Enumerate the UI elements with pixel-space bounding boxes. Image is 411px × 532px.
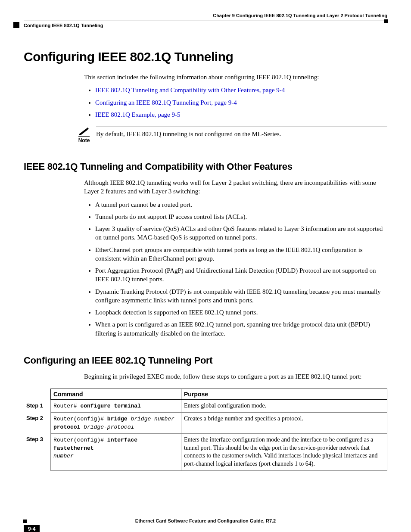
- purpose-cell: Enters the interface configuration mode …: [181, 433, 387, 471]
- list-item: When a port is configured as an IEEE 802…: [95, 320, 383, 338]
- list-item: Tunnel ports do not support IP access co…: [95, 212, 383, 221]
- section-heading: Configuring an IEEE 802.1Q Tunneling Por…: [24, 355, 387, 366]
- chapter-header: Chapter 9 Configuring IEEE 802.1Q Tunnel…: [24, 13, 387, 18]
- step-label: Step 3: [24, 433, 51, 471]
- list-item: EtherChannel port groups are compatible …: [95, 246, 383, 263]
- page-number: 9-4: [24, 525, 40, 532]
- xref-link[interactable]: IEEE 802.1Q Example, page 9-5: [95, 111, 180, 118]
- section-intro: Beginning in privileged EXEC mode, follo…: [84, 372, 383, 381]
- xref-link[interactable]: IEEE 802.1Q Tunneling and Compatibility …: [95, 87, 285, 93]
- command-cell: Router# configure terminal: [51, 400, 181, 413]
- table-row: Step 1 Router# configure terminal Enters…: [24, 400, 387, 413]
- list-item: Loopback detection is supported on IEEE …: [95, 308, 383, 317]
- list-item: Configuring an IEEE 802.1Q Tunneling Por…: [95, 98, 383, 107]
- list-item: Port Aggregation Protocol (PAgP) and Uni…: [95, 266, 383, 284]
- table-row: Step 3 Router(config)# interface fasteth…: [24, 433, 387, 471]
- note-icon: Note: [75, 127, 93, 144]
- list-item: Dynamic Trunking Protocol (DTP) is not c…: [95, 287, 383, 305]
- breadcrumb: Configuring IEEE 802.1Q Tunneling: [24, 23, 387, 28]
- step-label: Step 1: [24, 400, 51, 413]
- pen-icon: [78, 127, 90, 135]
- table-header-blank: [24, 389, 51, 400]
- page-title: Configuring IEEE 802.1Q Tunneling: [24, 50, 387, 64]
- section-heading: IEEE 802.1Q Tunneling and Compatibility …: [24, 161, 387, 172]
- xref-link[interactable]: Configuring an IEEE 802.1Q Tunneling Por…: [95, 99, 237, 106]
- table-header-purpose: Purpose: [181, 389, 387, 400]
- list-item: IEEE 802.1Q Example, page 9-5: [95, 110, 383, 119]
- command-cell: Router(config)# interface fastethernetnu…: [51, 433, 181, 471]
- table-header-command: Command: [51, 389, 181, 400]
- header-rule: [24, 21, 387, 21]
- list-item: Layer 3 quality of service (QoS) ACLs an…: [95, 224, 383, 242]
- note-block: Note By default, IEEE 802.1Q tunneling i…: [75, 127, 387, 144]
- purpose-cell: Creates a bridge number and specifies a …: [181, 412, 387, 433]
- note-label: Note: [78, 136, 90, 143]
- command-cell: Router(config)# bridge bridge-numberprot…: [51, 412, 181, 433]
- step-label: Step 2: [24, 412, 51, 433]
- note-text: By default, IEEE 802.1Q tunneling is not…: [96, 127, 387, 138]
- table-row: Step 2 Router(config)# bridge bridge-num…: [24, 412, 387, 433]
- list-item: A tunnel port cannot be a routed port.: [95, 200, 383, 209]
- purpose-cell: Enters global configuration mode.: [181, 400, 387, 413]
- page-footer: Ethernet Card Software Feature and Confi…: [24, 521, 387, 523]
- command-table: Command Purpose Step 1 Router# configure…: [24, 389, 387, 471]
- section-intro: Although IEEE 802.1Q tunneling works wel…: [84, 178, 383, 196]
- list-item: IEEE 802.1Q Tunneling and Compatibility …: [95, 86, 383, 94]
- intro-text: This section includes the following info…: [84, 73, 383, 81]
